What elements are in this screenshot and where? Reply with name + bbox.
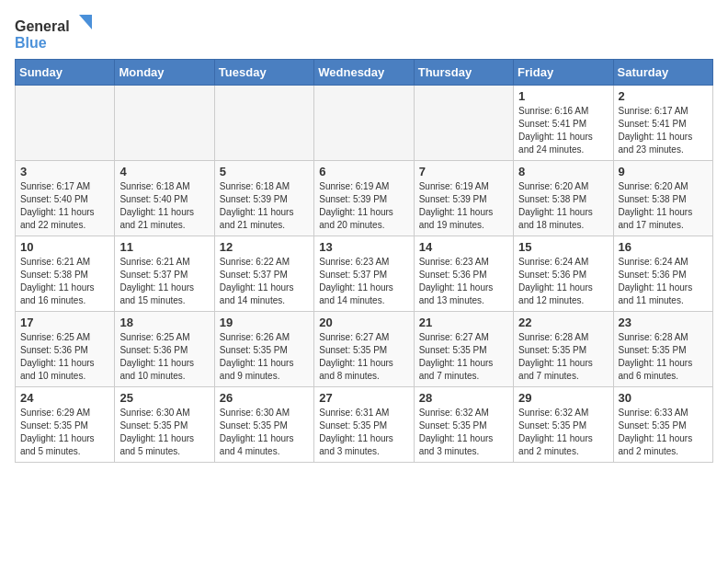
day-number: 15 <box>518 240 608 254</box>
svg-text:General: General <box>15 18 70 34</box>
calendar-week-row: 17Sunrise: 6:25 AMSunset: 5:36 PMDayligh… <box>16 312 713 387</box>
calendar-day-cell: 16Sunrise: 6:24 AMSunset: 5:36 PMDayligh… <box>613 236 712 312</box>
calendar-week-row: 1Sunrise: 6:16 AMSunset: 5:41 PMDaylight… <box>16 86 713 161</box>
day-number: 18 <box>119 316 209 329</box>
day-number: 29 <box>518 391 608 405</box>
day-number: 6 <box>319 165 408 178</box>
logo-svg: GeneralBlue <box>15 15 97 52</box>
day-number: 1 <box>518 89 608 103</box>
calendar-day-cell <box>214 86 313 161</box>
day-info: Sunrise: 6:18 AMSunset: 5:39 PMDaylight:… <box>220 180 309 232</box>
calendar-day-cell: 22Sunrise: 6:28 AMSunset: 5:35 PMDayligh… <box>514 312 613 387</box>
calendar-day-cell: 17Sunrise: 6:25 AMSunset: 5:36 PMDayligh… <box>16 312 115 387</box>
logo: GeneralBlue <box>15 15 97 52</box>
day-number: 8 <box>518 165 608 178</box>
day-number: 27 <box>319 391 408 405</box>
svg-text:Blue: Blue <box>15 35 47 51</box>
day-info: Sunrise: 6:28 AMSunset: 5:35 PMDaylight:… <box>619 331 708 383</box>
day-number: 12 <box>220 240 309 254</box>
calendar-day-cell: 13Sunrise: 6:23 AMSunset: 5:37 PMDayligh… <box>314 236 414 312</box>
day-number: 2 <box>619 89 708 103</box>
calendar-body: 1Sunrise: 6:16 AMSunset: 5:41 PMDaylight… <box>16 86 713 463</box>
calendar-day-cell <box>414 86 513 161</box>
day-info: Sunrise: 6:20 AMSunset: 5:38 PMDaylight:… <box>619 180 708 232</box>
weekday-header-cell: Monday <box>115 60 214 86</box>
day-info: Sunrise: 6:25 AMSunset: 5:36 PMDaylight:… <box>119 331 209 383</box>
calendar-day-cell <box>314 86 414 161</box>
day-info: Sunrise: 6:32 AMSunset: 5:35 PMDaylight:… <box>518 407 608 458</box>
day-number: 13 <box>319 240 408 254</box>
day-info: Sunrise: 6:20 AMSunset: 5:38 PMDaylight:… <box>518 180 608 232</box>
day-info: Sunrise: 6:23 AMSunset: 5:36 PMDaylight:… <box>419 256 508 307</box>
day-number: 21 <box>419 316 508 329</box>
calendar-day-cell: 10Sunrise: 6:21 AMSunset: 5:38 PMDayligh… <box>16 236 115 312</box>
calendar-day-cell: 21Sunrise: 6:27 AMSunset: 5:35 PMDayligh… <box>414 312 513 387</box>
calendar-day-cell: 12Sunrise: 6:22 AMSunset: 5:37 PMDayligh… <box>214 236 313 312</box>
day-number: 28 <box>419 391 508 405</box>
calendar-day-cell: 5Sunrise: 6:18 AMSunset: 5:39 PMDaylight… <box>214 161 313 236</box>
day-info: Sunrise: 6:29 AMSunset: 5:35 PMDaylight:… <box>20 407 109 458</box>
day-info: Sunrise: 6:18 AMSunset: 5:40 PMDaylight:… <box>119 180 209 232</box>
calendar-week-row: 24Sunrise: 6:29 AMSunset: 5:35 PMDayligh… <box>16 387 713 463</box>
day-number: 17 <box>20 316 109 329</box>
day-info: Sunrise: 6:22 AMSunset: 5:37 PMDaylight:… <box>220 256 309 307</box>
weekday-header-cell: Thursday <box>414 60 513 86</box>
day-number: 16 <box>619 240 708 254</box>
day-number: 23 <box>619 316 708 329</box>
page-header: GeneralBlue <box>15 15 713 52</box>
weekday-header-cell: Tuesday <box>214 60 313 86</box>
calendar-week-row: 10Sunrise: 6:21 AMSunset: 5:38 PMDayligh… <box>16 236 713 312</box>
calendar-day-cell: 24Sunrise: 6:29 AMSunset: 5:35 PMDayligh… <box>16 387 115 463</box>
day-info: Sunrise: 6:30 AMSunset: 5:35 PMDaylight:… <box>220 407 309 458</box>
calendar-day-cell: 6Sunrise: 6:19 AMSunset: 5:39 PMDaylight… <box>314 161 414 236</box>
day-info: Sunrise: 6:33 AMSunset: 5:35 PMDaylight:… <box>619 407 708 458</box>
day-number: 26 <box>220 391 309 405</box>
calendar-day-cell: 28Sunrise: 6:32 AMSunset: 5:35 PMDayligh… <box>414 387 513 463</box>
day-number: 14 <box>419 240 508 254</box>
calendar-day-cell: 7Sunrise: 6:19 AMSunset: 5:39 PMDaylight… <box>414 161 513 236</box>
day-number: 9 <box>619 165 708 178</box>
calendar-day-cell: 8Sunrise: 6:20 AMSunset: 5:38 PMDaylight… <box>514 161 613 236</box>
day-info: Sunrise: 6:27 AMSunset: 5:35 PMDaylight:… <box>319 331 408 383</box>
day-info: Sunrise: 6:31 AMSunset: 5:35 PMDaylight:… <box>319 407 408 458</box>
day-number: 20 <box>319 316 408 329</box>
weekday-header-cell: Sunday <box>16 60 115 86</box>
day-number: 25 <box>119 391 209 405</box>
day-number: 10 <box>20 240 109 254</box>
calendar-day-cell: 15Sunrise: 6:24 AMSunset: 5:36 PMDayligh… <box>514 236 613 312</box>
calendar-day-cell: 2Sunrise: 6:17 AMSunset: 5:41 PMDaylight… <box>613 86 712 161</box>
day-info: Sunrise: 6:17 AMSunset: 5:40 PMDaylight:… <box>20 180 109 232</box>
day-info: Sunrise: 6:26 AMSunset: 5:35 PMDaylight:… <box>220 331 309 383</box>
svg-marker-2 <box>79 15 92 29</box>
calendar-day-cell: 30Sunrise: 6:33 AMSunset: 5:35 PMDayligh… <box>613 387 712 463</box>
calendar-day-cell: 26Sunrise: 6:30 AMSunset: 5:35 PMDayligh… <box>214 387 313 463</box>
calendar-day-cell: 20Sunrise: 6:27 AMSunset: 5:35 PMDayligh… <box>314 312 414 387</box>
calendar-day-cell: 19Sunrise: 6:26 AMSunset: 5:35 PMDayligh… <box>214 312 313 387</box>
calendar-day-cell: 4Sunrise: 6:18 AMSunset: 5:40 PMDaylight… <box>115 161 214 236</box>
calendar-day-cell: 29Sunrise: 6:32 AMSunset: 5:35 PMDayligh… <box>514 387 613 463</box>
day-number: 24 <box>20 391 109 405</box>
day-number: 3 <box>20 165 109 178</box>
day-number: 7 <box>419 165 508 178</box>
day-info: Sunrise: 6:30 AMSunset: 5:35 PMDaylight:… <box>119 407 209 458</box>
day-number: 5 <box>220 165 309 178</box>
calendar-day-cell: 1Sunrise: 6:16 AMSunset: 5:41 PMDaylight… <box>514 86 613 161</box>
calendar-day-cell: 18Sunrise: 6:25 AMSunset: 5:36 PMDayligh… <box>115 312 214 387</box>
day-info: Sunrise: 6:19 AMSunset: 5:39 PMDaylight:… <box>419 180 508 232</box>
weekday-header-row: SundayMondayTuesdayWednesdayThursdayFrid… <box>16 60 713 86</box>
calendar-table: SundayMondayTuesdayWednesdayThursdayFrid… <box>15 59 713 463</box>
day-info: Sunrise: 6:23 AMSunset: 5:37 PMDaylight:… <box>319 256 408 307</box>
day-info: Sunrise: 6:25 AMSunset: 5:36 PMDaylight:… <box>20 331 109 383</box>
weekday-header-cell: Friday <box>514 60 613 86</box>
day-number: 22 <box>518 316 608 329</box>
day-info: Sunrise: 6:16 AMSunset: 5:41 PMDaylight:… <box>518 105 608 156</box>
calendar-day-cell: 11Sunrise: 6:21 AMSunset: 5:37 PMDayligh… <box>115 236 214 312</box>
day-info: Sunrise: 6:28 AMSunset: 5:35 PMDaylight:… <box>518 331 608 383</box>
calendar-day-cell: 25Sunrise: 6:30 AMSunset: 5:35 PMDayligh… <box>115 387 214 463</box>
day-number: 19 <box>220 316 309 329</box>
day-info: Sunrise: 6:24 AMSunset: 5:36 PMDaylight:… <box>619 256 708 307</box>
calendar-day-cell <box>16 86 115 161</box>
calendar-day-cell: 27Sunrise: 6:31 AMSunset: 5:35 PMDayligh… <box>314 387 414 463</box>
calendar-day-cell: 9Sunrise: 6:20 AMSunset: 5:38 PMDaylight… <box>613 161 712 236</box>
day-number: 4 <box>119 165 209 178</box>
